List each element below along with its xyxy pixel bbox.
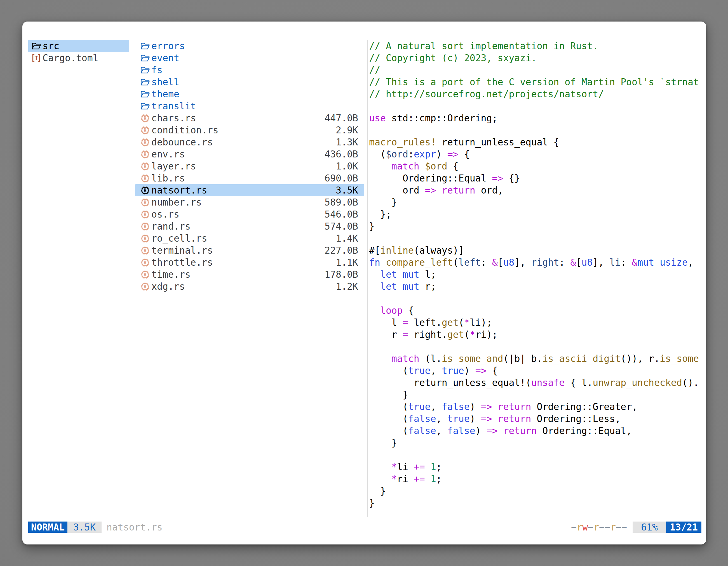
- file-row[interactable]: Rcondition.rs2.9K: [135, 124, 364, 136]
- code-line: (true, false) => return Ordering::Greate…: [369, 401, 701, 413]
- current-pane: errorseventfsshellthemetranslitRchars.rs…: [135, 40, 364, 292]
- svg-text:R: R: [144, 272, 147, 278]
- svg-text:T: T: [34, 55, 38, 62]
- file-size: 1.3K: [336, 136, 364, 148]
- code-line: [369, 100, 701, 112]
- svg-text:R: R: [144, 116, 147, 121]
- file-row[interactable]: theme: [135, 88, 364, 100]
- file-size: 1.1K: [336, 257, 364, 269]
- file-name: env.rs: [151, 148, 185, 160]
- svg-text:R: R: [144, 236, 147, 241]
- file-name: theme: [151, 88, 179, 100]
- code-line: (true, true) => {: [369, 365, 701, 377]
- rust-file-icon: R: [140, 173, 150, 184]
- svg-text:R: R: [144, 176, 147, 181]
- code-line: };: [369, 208, 701, 220]
- rust-file-icon: R: [140, 125, 150, 135]
- code-line: loop {: [369, 304, 701, 316]
- code-line: }: [369, 220, 701, 233]
- pane-separator-left: [132, 40, 132, 517]
- file-row[interactable]: Rxdg.rs1.2K: [135, 281, 364, 292]
- file-row[interactable]: Rtime.rs178.0B: [135, 269, 364, 281]
- file-row[interactable]: Rlib.rs690.0B: [135, 172, 364, 184]
- file-size: 178.0B: [325, 269, 364, 281]
- code-line: // This is a port of the C version of Ma…: [369, 76, 701, 88]
- file-row[interactable]: translit: [135, 100, 364, 112]
- code-line: l = left.get(*li);: [369, 316, 701, 328]
- rust-file-icon: R: [140, 137, 150, 147]
- file-name: event: [151, 52, 179, 64]
- rust-file-icon: R: [140, 222, 150, 232]
- file-name: throttle.rs: [151, 257, 213, 269]
- file-row[interactable]: TCargo.toml: [28, 52, 129, 64]
- folder-icon: [140, 101, 150, 111]
- file-row[interactable]: event: [135, 52, 364, 64]
- file-row[interactable]: Rterminal.rs227.0B: [135, 245, 364, 257]
- file-row[interactable]: Rdebounce.rs1.3K: [135, 136, 364, 148]
- file-name: translit: [151, 100, 196, 112]
- file-row[interactable]: Rchars.rs447.0B: [135, 112, 364, 124]
- svg-text:R: R: [144, 188, 147, 193]
- file-row[interactable]: shell: [135, 76, 364, 88]
- file-name: time.rs: [151, 269, 191, 281]
- file-size: 2.9K: [336, 124, 364, 136]
- file-row[interactable]: errors: [135, 40, 364, 52]
- code-line: *li += 1;: [369, 461, 701, 473]
- folder-icon: [32, 41, 41, 51]
- status-bar: NORMAL 3.5K natsort.rs −rw−r−−r−− 61% 13…: [28, 522, 701, 533]
- code-line: // http://sourcefrog.net/projects/natsor…: [369, 88, 701, 100]
- file-name: ro_cell.rs: [151, 233, 207, 245]
- file-size: 436.0B: [325, 148, 364, 160]
- code-line: [369, 449, 701, 461]
- position-badge: 13/21: [666, 522, 701, 533]
- rust-file-icon: R: [140, 113, 150, 123]
- code-line: return_unless_equal!(unsafe { l.unwrap_u…: [369, 377, 701, 389]
- file-row[interactable]: fs: [135, 64, 364, 76]
- file-row[interactable]: Rlayer.rs1.0K: [135, 160, 364, 172]
- code-line: // A natural sort implementation in Rust…: [369, 40, 701, 52]
- file-name: terminal.rs: [151, 245, 213, 257]
- svg-text:R: R: [144, 140, 147, 145]
- folder-icon: [140, 41, 150, 51]
- file-size: 1.4K: [336, 233, 364, 245]
- code-line: use std::cmp::Ordering;: [369, 112, 701, 124]
- mode-badge: NORMAL: [28, 522, 67, 533]
- file-name: natsort.rs: [151, 184, 207, 196]
- code-line: [369, 124, 701, 136]
- code-line: [369, 340, 701, 353]
- code-line: match (l.is_some_and(|b| b.is_ascii_digi…: [369, 353, 701, 365]
- file-name: errors: [151, 40, 185, 52]
- file-name: Cargo.toml: [43, 52, 98, 64]
- code-line: let mut l;: [369, 269, 701, 281]
- file-name: debounce.rs: [151, 136, 213, 148]
- file-size: 574.0B: [325, 220, 364, 233]
- file-row[interactable]: Rnatsort.rs3.5K: [135, 184, 364, 196]
- code-line: (false, true) => return Ordering::Less,: [369, 413, 701, 425]
- code-line: [369, 292, 701, 304]
- file-row[interactable]: Rro_cell.rs1.4K: [135, 233, 364, 245]
- preview-pane: // A natural sort implementation in Rust…: [369, 40, 701, 509]
- code-line: let mut r;: [369, 281, 701, 292]
- pane-separator-right: [367, 40, 368, 517]
- file-row[interactable]: Rnumber.rs589.0B: [135, 196, 364, 208]
- code-line: // Copyright (c) 2023, sxyazi.: [369, 52, 701, 64]
- file-size: 546.0B: [325, 208, 364, 220]
- file-size: 589.0B: [325, 196, 364, 208]
- file-name: number.rs: [151, 196, 202, 208]
- file-size: 3.5K: [336, 184, 364, 196]
- file-row[interactable]: Rrand.rs574.0B: [135, 220, 364, 233]
- file-size: 1.2K: [336, 281, 364, 292]
- file-name: xdg.rs: [151, 281, 185, 292]
- rust-file-icon: R: [140, 258, 150, 268]
- file-row[interactable]: src: [28, 40, 129, 52]
- rust-file-icon: R: [140, 270, 150, 280]
- file-size: 1.0K: [336, 160, 364, 172]
- file-row[interactable]: Rthrottle.rs1.1K: [135, 257, 364, 269]
- file-row[interactable]: Renv.rs436.0B: [135, 148, 364, 160]
- file-row[interactable]: Ros.rs546.0B: [135, 208, 364, 220]
- scroll-percent-badge: 61%: [633, 522, 666, 533]
- svg-text:R: R: [144, 248, 147, 254]
- folder-icon: [140, 65, 150, 75]
- file-name: lib.rs: [151, 172, 185, 184]
- file-size: 227.0B: [325, 245, 364, 257]
